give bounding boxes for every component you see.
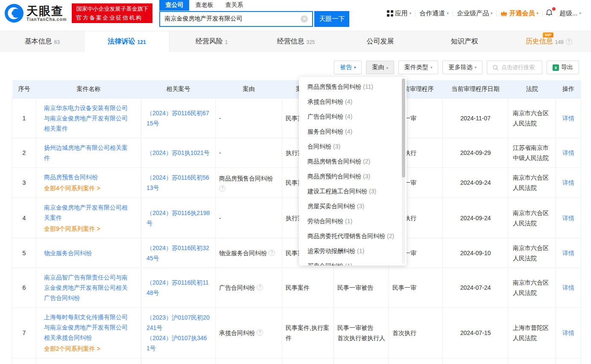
detail-link[interactable]: 详情 xyxy=(562,284,574,291)
series-cases-link[interactable]: 全部4个同系列案件 > xyxy=(44,183,133,193)
dropdown-option[interactable]: 房屋买卖合同纠纷(3) xyxy=(299,199,407,214)
col-header-action: 操作 xyxy=(556,80,581,98)
case-name-link[interactable]: 上海每时每刻文化传播有限公司与南京金俊房地产开发有限公司相关承揽合同纠纷 xyxy=(44,314,128,341)
chevron-down-icon: ▾ xyxy=(354,65,356,70)
help-icon[interactable]: ? xyxy=(566,38,572,45)
cell-index: 2 xyxy=(12,138,36,167)
tab-legal-proceedings[interactable]: 法律诉讼 121 xyxy=(84,31,169,52)
cases-table: 序号 案件名称 相关案号 案由 案件类型 案件身份 当前审理程序 当前审理程序日… xyxy=(12,80,581,364)
tab-basic-info[interactable]: 基本信息 63 xyxy=(0,31,84,52)
dropdown-option[interactable]: 商品房委托代理销售合同纠纷(2) xyxy=(299,229,407,244)
clear-search-icon[interactable]: ✕ xyxy=(301,15,308,23)
case-name-link[interactable]: 扬州边城房地产有限公司相关案件 xyxy=(44,144,128,161)
tab-intellectual-property[interactable]: 知识产权 xyxy=(422,31,506,52)
cell-action: 详情 xyxy=(556,98,581,138)
dropdown-option[interactable]: 服务合同纠纷(4) xyxy=(299,124,407,139)
tab-company-development[interactable]: 公司发展 xyxy=(338,31,422,52)
help-icon[interactable]: ? xyxy=(257,329,263,336)
nav-enterprise-products[interactable]: 企业级产品 ▾ xyxy=(453,9,497,17)
search-tab-relation[interactable]: 查关系 xyxy=(219,0,249,11)
case-name-link[interactable]: 商品房预售合同纠纷 xyxy=(44,174,98,181)
dropdown-option[interactable]: 承揽合同纠纷(4) xyxy=(299,94,407,109)
dropdown-option[interactable]: 建设工程施工合同纠纷(3) xyxy=(299,184,407,199)
case-number-link[interactable]: （2024）苏0116执2198号 xyxy=(146,208,210,228)
dropdown-option[interactable]: 商品房预约合同纠纷(3) xyxy=(299,169,407,184)
cell-action: 详情 xyxy=(556,138,581,167)
nav-partner-channel[interactable]: 合作通道 ▾ xyxy=(415,9,453,17)
cell-index: 7 xyxy=(12,307,36,358)
filter-defendant[interactable]: 被告 ▾ xyxy=(334,61,362,74)
table-row: 2 扬州边城房地产有限公司相关案件 （2024）苏01执1021号 - xyxy=(12,138,581,167)
nav-apps[interactable]: 应用 ▾ xyxy=(383,9,415,17)
search-submit-button[interactable]: 天眼一下 xyxy=(314,11,349,27)
case-number-link[interactable]: （2024）苏0116民初3245号 xyxy=(146,243,210,263)
detail-link[interactable]: 详情 xyxy=(562,115,574,122)
top-nav: 应用 ▾ 合作通道 ▾ 企业级产品 ▾ 开通会员 ▾ xyxy=(383,9,585,18)
tab-operational-risk[interactable]: 经营风险 1 xyxy=(170,31,254,52)
case-number-link[interactable]: （2024）苏0116民初5613号 xyxy=(146,172,210,193)
help-icon[interactable]: ? xyxy=(257,284,263,291)
cell-court: 南京市六合区人民法院 xyxy=(509,268,556,307)
tab-history-info[interactable]: VIP 历史信息 149 ? xyxy=(507,31,591,52)
case-name-link[interactable]: 南京华东电力设备安装有限公司与南京金俊房地产开发有限公司相关案件 xyxy=(44,105,128,132)
cell-case-type: 民事案件,执行案件 xyxy=(282,307,334,358)
cell-action: 详情 xyxy=(556,238,581,268)
table-row: 6 南京品智广告有限责任公司与南京金俊房地产开发有限公司相关广告合同纠纷 （20… xyxy=(12,268,581,307)
cell-cause: 广告合同纠纷 ? xyxy=(216,268,282,307)
table-search-box[interactable]: 点击进行搜索 xyxy=(487,61,542,74)
col-header-court: 法院 xyxy=(509,80,556,98)
filter-case-type[interactable]: 案件类型 ▾ xyxy=(398,61,439,74)
case-name-link[interactable]: 南京品智广告有限责任公司与南京金俊房地产开发有限公司相关广告合同纠纷 xyxy=(44,274,128,301)
dropdown-option[interactable]: 商品房预售合同纠纷(11) xyxy=(299,79,407,94)
cell-index: 1 xyxy=(12,98,36,138)
case-name-link[interactable]: 南京金俊房地产开发有限公司相关案件 xyxy=(44,204,128,221)
case-number-link[interactable]: （2024）苏01执1021号 xyxy=(146,148,210,158)
dropdown-option[interactable]: 买卖合同纠纷(1) xyxy=(299,259,407,265)
series-cases-link[interactable]: 全部2个同系列案件 > xyxy=(44,344,133,354)
dropdown-scrollbar-thumb[interactable] xyxy=(402,79,405,178)
series-cases-link[interactable]: 全部9个同系列案件 > xyxy=(44,224,133,234)
help-icon[interactable]: ? xyxy=(269,250,275,256)
cell-cause: - xyxy=(216,98,282,138)
company-search-input[interactable]: 南京金俊房地产开发有限公司 ✕ xyxy=(159,11,313,27)
filter-more[interactable]: 更多筛选 ▾ xyxy=(442,61,483,74)
detail-link[interactable]: 详情 xyxy=(562,250,574,256)
help-icon[interactable]: ? xyxy=(219,185,225,192)
dropdown-option[interactable]: 劳动合同纠纷(1) xyxy=(299,214,407,229)
filter-cause-of-action[interactable]: 案由 ▴ xyxy=(366,61,394,74)
case-number-link[interactable]: （2023）沪0107民初20241号 xyxy=(146,312,210,333)
nav-open-membership[interactable]: 开通会员 ▾ xyxy=(497,9,542,17)
case-name-link[interactable]: 物业服务合同纠纷 xyxy=(44,250,92,256)
col-header-procedure-date: 当前审理程序日期 xyxy=(443,80,509,98)
nav-account-menu[interactable]: 超级... ▾ xyxy=(556,9,585,17)
detail-link[interactable]: 详情 xyxy=(562,329,574,336)
search-tab-company[interactable]: 查公司 xyxy=(159,0,189,11)
logo-eye-icon xyxy=(4,3,24,23)
dropdown-option[interactable]: 商品房销售合同纠纷(2) xyxy=(299,154,407,169)
case-number-link[interactable]: （2024）苏0116民初1148号 xyxy=(146,277,210,298)
chevron-up-icon: ▴ xyxy=(386,65,388,70)
table-row: 1 南京华东电力设备安装有限公司与南京金俊房地产开发有限公司相关案件 （2024… xyxy=(12,98,581,138)
detail-link[interactable]: 详情 xyxy=(562,179,574,186)
vip-badge: VIP xyxy=(543,32,553,38)
detail-link[interactable]: 详情 xyxy=(562,149,574,156)
col-header-cause: 案由 xyxy=(216,80,282,98)
col-header-index: 序号 xyxy=(12,80,36,98)
search-tab-boss[interactable]: 查老板 xyxy=(189,0,219,11)
tab-business-info[interactable]: 经营信息 325 xyxy=(254,31,338,52)
case-number-link[interactable]: （2024）苏0116民初6715号 xyxy=(146,108,210,128)
tianyancha-logo[interactable]: 天眼查 TianYanCha.com xyxy=(4,3,67,23)
cell-procedure-date: 2024-09-24 xyxy=(443,198,509,238)
gov-badge-line2: 官方备案企业征信机构 xyxy=(76,13,148,22)
dropdown-option[interactable]: 广告合同纠纷(4) xyxy=(299,109,407,124)
detail-link[interactable]: 详情 xyxy=(562,215,574,221)
cell-procedure-date: 2024-07-15 xyxy=(443,307,509,358)
export-button[interactable]: x 导出 xyxy=(547,61,579,74)
dropdown-option[interactable]: 追索劳动报酬纠纷(1) xyxy=(299,244,407,259)
chevron-down-icon: ▾ xyxy=(410,11,412,15)
dropdown-option[interactable]: 合同纠纷(3) xyxy=(299,139,407,154)
notification-bell-icon[interactable] xyxy=(543,9,556,18)
case-number-link[interactable]: （2024）沪0107执3461号 xyxy=(146,333,210,353)
cell-action: 详情 xyxy=(556,307,581,358)
cell-case-name: 南京华东电力设备安装有限公司与南京金俊房地产开发有限公司相关案件 xyxy=(36,98,141,138)
